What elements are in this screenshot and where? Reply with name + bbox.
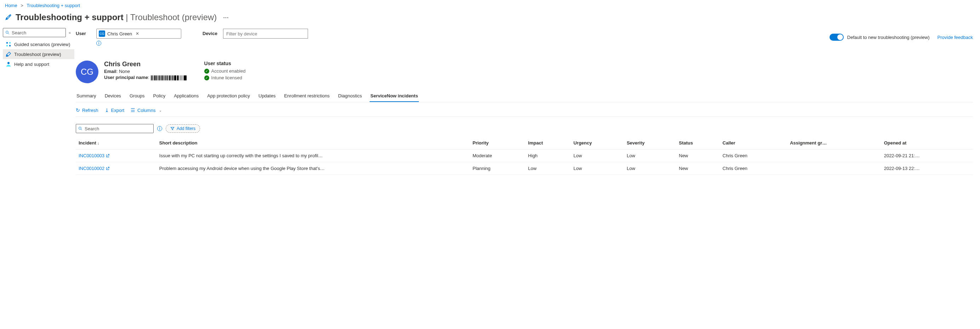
columns-button[interactable]: ☰ Columns ⌄ (130, 107, 162, 113)
refresh-button[interactable]: ↻ Refresh (76, 107, 99, 113)
check-icon: ✓ (204, 69, 209, 74)
page-title-bold: Troubleshooting + support (16, 13, 124, 22)
chevron-down-icon: ⌄ (159, 108, 162, 112)
filter-bar: User CG Chris Green ✕ i Device (76, 27, 973, 49)
cell-opened: 2022-09-21 21:… (881, 149, 973, 162)
sidebar-item-label: Help and support (14, 62, 49, 67)
guided-icon (6, 41, 11, 47)
cell-urgency: Low (571, 149, 624, 162)
incidents-table: Incident↓ Short description Priority Imp… (76, 137, 973, 175)
cell-short-desc: Issue with my PC not starting up correct… (156, 149, 470, 162)
page-title: Troubleshooting + support | Troubleshoot… (16, 13, 217, 22)
toolbar: ↻ Refresh ⤓ Export ☰ Columns ⌄ (76, 102, 973, 117)
svg-rect-3 (6, 42, 8, 44)
cell-caller: Chris Green (720, 149, 787, 162)
cell-short-desc: Problem accessing my Android device when… (156, 162, 470, 175)
search-icon (78, 126, 83, 131)
sidebar-item-troubleshoot[interactable]: Troubleshoot (preview) (3, 49, 74, 59)
info-icon[interactable]: i (157, 126, 162, 131)
sidebar-item-label: Guided scenarios (preview) (14, 42, 70, 47)
col-impact[interactable]: Impact (525, 137, 571, 149)
device-filter-input[interactable] (223, 29, 308, 38)
external-link-icon (106, 154, 110, 157)
table-search-row: Search i Add filters (76, 117, 973, 137)
tab-updates[interactable]: Updates (258, 90, 276, 102)
external-link-icon (106, 167, 110, 170)
svg-point-1 (6, 31, 8, 33)
breadcrumb: Home > Troubleshooting + support (0, 0, 980, 11)
avatar: CG (76, 60, 99, 83)
col-incident[interactable]: Incident↓ (76, 137, 156, 149)
status-intune: ✓ Intune licensed (204, 75, 246, 80)
col-caller[interactable]: Caller (720, 137, 787, 149)
svg-line-2 (8, 33, 9, 34)
cell-priority: Moderate (470, 149, 525, 162)
wrench-icon (6, 51, 11, 57)
search-icon (5, 30, 10, 35)
troubleshoot-header-icon (5, 13, 12, 22)
toggle-label: Default to new troubleshooting (preview) (847, 35, 930, 40)
col-urgency[interactable]: Urgency (571, 137, 624, 149)
tab-groups[interactable]: Groups (129, 90, 145, 102)
table-search-input[interactable]: Search (76, 124, 154, 133)
col-assignment[interactable]: Assignment gr… (787, 137, 881, 149)
page-header: Troubleshooting + support | Troubleshoot… (0, 11, 980, 26)
person-icon (6, 61, 11, 67)
cell-assignment (787, 149, 881, 162)
col-priority[interactable]: Priority (470, 137, 525, 149)
breadcrumb-sep: > (21, 3, 23, 8)
col-opened[interactable]: Opened at (881, 137, 973, 149)
tab-app-protection[interactable]: App protection policy (207, 90, 251, 102)
user-pill-input[interactable]: CG Chris Green ✕ (96, 29, 181, 38)
table-row[interactable]: INC0010003 Issue with my PC not starting… (76, 149, 973, 162)
table-row[interactable]: INC0010002 Problem accessing my Android … (76, 162, 973, 175)
sidebar-item-guided[interactable]: Guided scenarios (preview) (3, 39, 74, 49)
add-filters-button[interactable]: Add filters (166, 124, 200, 133)
status-account: ✓ Account enabled (204, 68, 246, 74)
tab-enrollment[interactable]: Enrollment restrictions (283, 90, 330, 102)
cell-severity: Low (624, 149, 676, 162)
collapse-sidebar-button[interactable]: « (69, 30, 71, 35)
incident-link[interactable]: INC0010002 (79, 166, 110, 171)
user-filter: User CG Chris Green ✕ i (76, 29, 181, 46)
refresh-icon: ↻ (76, 107, 80, 113)
sidebar-item-help[interactable]: Help and support (3, 59, 74, 69)
tab-policy[interactable]: Policy (153, 90, 166, 102)
download-icon: ⤓ (105, 107, 109, 113)
col-status[interactable]: Status (676, 137, 720, 149)
user-email-line: Email: None (104, 69, 186, 74)
cell-status: New (676, 162, 720, 175)
tab-applications[interactable]: Applications (173, 90, 199, 102)
user-status-block: User status ✓ Account enabled ✓ Intune l… (204, 60, 246, 83)
cell-urgency: Low (571, 162, 624, 175)
user-filter-label: User (76, 29, 91, 36)
info-icon[interactable]: i (96, 41, 101, 46)
export-button[interactable]: ⤓ Export (105, 107, 125, 113)
page-title-thin: | Troubleshoot (preview) (124, 13, 217, 22)
incident-link[interactable]: INC0010003 (79, 153, 110, 158)
cell-opened: 2022-09-13 22:… (881, 162, 973, 175)
device-filter-label: Device (202, 29, 218, 36)
tab-servicenow[interactable]: ServiceNow incidents (370, 90, 418, 102)
sidebar-search-placeholder: Search (12, 30, 26, 35)
preview-toggle[interactable] (829, 33, 844, 41)
col-severity[interactable]: Severity (624, 137, 676, 149)
sidebar-search[interactable]: Search (3, 28, 66, 37)
svg-point-0 (10, 14, 11, 16)
feedback-link[interactable]: Provide feedback (937, 35, 973, 40)
sort-down-icon: ↓ (97, 141, 100, 145)
clear-user-icon[interactable]: ✕ (135, 31, 139, 36)
cell-impact: High (525, 149, 571, 162)
tab-diagnostics[interactable]: Diagnostics (337, 90, 363, 102)
more-actions-button[interactable]: ⋯ (220, 13, 232, 22)
tab-summary[interactable]: Summary (76, 90, 97, 102)
svg-rect-6 (9, 45, 11, 46)
breadcrumb-current[interactable]: Troubleshooting + support (27, 3, 80, 8)
breadcrumb-home[interactable]: Home (5, 3, 18, 8)
col-short-desc[interactable]: Short description (156, 137, 470, 149)
user-pill-name: Chris Green (107, 31, 132, 37)
cell-assignment (787, 162, 881, 175)
tab-devices[interactable]: Devices (104, 90, 122, 102)
columns-icon: ☰ (130, 107, 135, 113)
cell-impact: Low (525, 162, 571, 175)
